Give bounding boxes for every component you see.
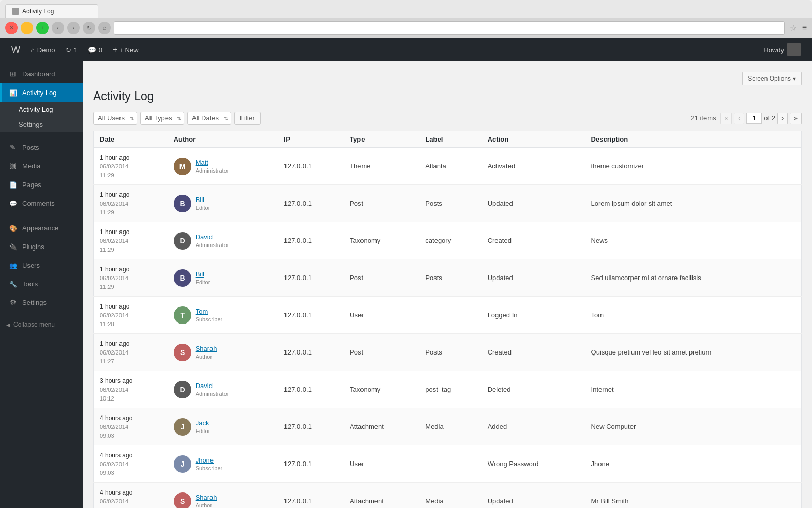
cell-action: Activated [482, 148, 585, 185]
table-header-row: Date Author IP Type Label Action Descrip… [94, 131, 802, 148]
next-page-button[interactable]: › [777, 113, 788, 124]
comments-sidebar-icon [8, 199, 18, 207]
cell-description: Tom [585, 297, 802, 334]
sidebar-sub-item-settings[interactable]: Settings [0, 117, 83, 132]
cell-action: Deleted [482, 371, 585, 408]
sidebar-item-tools[interactable]: Tools [0, 274, 83, 293]
author-avatar: T [174, 306, 191, 324]
back-button[interactable]: ‹ [52, 22, 64, 34]
types-filter-select[interactable]: All Types [140, 112, 184, 125]
users-icon [8, 261, 18, 269]
dates-filter-select[interactable]: All Dates [187, 112, 231, 125]
author-name-link[interactable]: David [196, 382, 229, 390]
browser-toolbar: ✕ − + ‹ › ↻ ⌂ ☆ ≡ [0, 18, 812, 38]
table-row: 4 hours ago 06/02/201409:03 J Jack Edito… [94, 408, 802, 445]
collapse-menu-button[interactable]: Collapse menu [0, 315, 83, 334]
filter-bar: All Users All Types All Dates Filter 21 [93, 112, 802, 125]
author-info: David Administrator [196, 382, 229, 397]
author-name-link[interactable]: Jack [196, 419, 210, 427]
author-role: Editor [196, 205, 210, 211]
cell-description: Jhone [585, 445, 802, 483]
cell-description: News [585, 222, 802, 259]
author-name-link[interactable]: Bill [196, 196, 210, 204]
cell-date: 1 hour ago 06/02/201411:27 [94, 334, 168, 371]
cell-author: B Bill Editor [168, 185, 278, 222]
table-row: 1 hour ago 06/02/201411:29 B Bill Editor… [94, 185, 802, 222]
col-date: Date [94, 131, 168, 148]
date-relative: 4 hours ago [100, 413, 161, 423]
sidebar-item-appearance[interactable]: Appearance [0, 219, 83, 237]
total-pages: 2 [772, 114, 775, 122]
menu-icon[interactable]: ≡ [802, 23, 807, 33]
bookmark-icon[interactable]: ☆ [790, 23, 797, 33]
howdy-item[interactable]: Howdy [758, 38, 806, 61]
sidebar-item-pages[interactable]: Pages [0, 175, 83, 194]
cell-ip: 127.0.0.1 [278, 408, 343, 445]
filter-button[interactable]: Filter [234, 112, 261, 125]
sidebar-item-comments[interactable]: Comments [0, 194, 83, 212]
date-relative: 1 hour ago [100, 339, 161, 348]
sidebar-item-dashboard[interactable]: Dashboard [0, 65, 83, 83]
reload-button[interactable]: ↻ [83, 22, 95, 34]
author-avatar: J [174, 455, 191, 473]
sidebar-sub-item-activity-log[interactable]: Activity Log [0, 102, 83, 117]
cell-action: Logged In [482, 297, 585, 334]
comments-count: 0 [99, 46, 102, 54]
site-name-item[interactable]: ⌂ Demo [25, 38, 61, 61]
maximize-button[interactable]: + [36, 22, 49, 34]
browser-tab[interactable]: Activity Log [5, 4, 98, 18]
plugins-icon [8, 242, 18, 251]
close-button[interactable]: ✕ [5, 22, 18, 34]
sidebar-item-media[interactable]: Media [0, 157, 83, 175]
cell-label: category [419, 222, 481, 259]
wp-logo-item[interactable]: W [6, 38, 25, 61]
cell-date: 4 hours ago 06/02/201409:03 [94, 408, 168, 445]
cell-description: Quisque pretium vel leo sit amet pretium [585, 334, 802, 371]
cell-type: Post [343, 185, 419, 222]
users-filter-select[interactable]: All Users [93, 112, 137, 125]
settings-icon [8, 298, 18, 306]
cell-type: User [343, 297, 419, 334]
cell-type: User [343, 445, 419, 483]
sidebar-item-users[interactable]: Users [0, 256, 83, 274]
comments-item[interactable]: 💬 0 [83, 38, 108, 61]
pages-icon [8, 180, 18, 189]
browser-chrome: Activity Log ✕ − + ‹ › ↻ ⌂ ☆ ≡ [0, 0, 812, 38]
date-absolute: 06/02/201411:28 [100, 311, 161, 328]
cell-author: J Jack Editor [168, 408, 278, 445]
sidebar-item-label-tools: Tools [22, 280, 38, 288]
current-page-input[interactable] [746, 113, 762, 124]
sidebar-item-activity-log[interactable]: Activity Log [0, 83, 83, 102]
author-name-link[interactable]: Sharah [196, 345, 217, 352]
cell-author: J Jhone Subscriber [168, 445, 278, 483]
minimize-button[interactable]: − [21, 22, 33, 34]
sidebar-item-plugins[interactable]: Plugins [0, 237, 83, 256]
author-name-link[interactable]: Sharah [196, 494, 217, 501]
sidebar-item-settings[interactable]: Settings [0, 293, 83, 312]
new-content-item[interactable]: + + New [108, 38, 144, 61]
author-name-link[interactable]: David [196, 233, 229, 241]
cell-type: Theme [343, 148, 419, 185]
prev-page-button[interactable]: ‹ [734, 113, 744, 124]
author-name-link[interactable]: Bill [196, 270, 210, 278]
author-name-link[interactable]: Matt [196, 159, 229, 166]
sidebar-item-label-users: Users [22, 261, 40, 269]
last-page-button[interactable]: » [790, 113, 802, 124]
url-bar[interactable] [114, 21, 785, 35]
forward-button[interactable]: › [67, 22, 80, 34]
collapse-menu-label: Collapse menu [13, 321, 55, 328]
author-role: Administrator [196, 391, 229, 397]
sidebar-section-main: Dashboard Activity Log Activity Log Sett… [0, 61, 83, 135]
admin-avatar [787, 43, 801, 56]
author-name-link[interactable]: Tom [196, 307, 223, 315]
author-avatar: S [174, 492, 191, 509]
author-info: Jack Editor [196, 419, 210, 435]
cell-type: Post [343, 334, 419, 371]
author-name-link[interactable]: Jhone [196, 456, 223, 464]
activity-icon [8, 88, 18, 97]
screen-options-button[interactable]: Screen Options ▾ [742, 72, 802, 85]
sidebar-item-posts[interactable]: Posts [0, 138, 83, 157]
updates-item[interactable]: ↻ 1 [61, 38, 83, 61]
home-button[interactable]: ⌂ [98, 22, 111, 34]
first-page-button[interactable]: « [720, 113, 732, 124]
